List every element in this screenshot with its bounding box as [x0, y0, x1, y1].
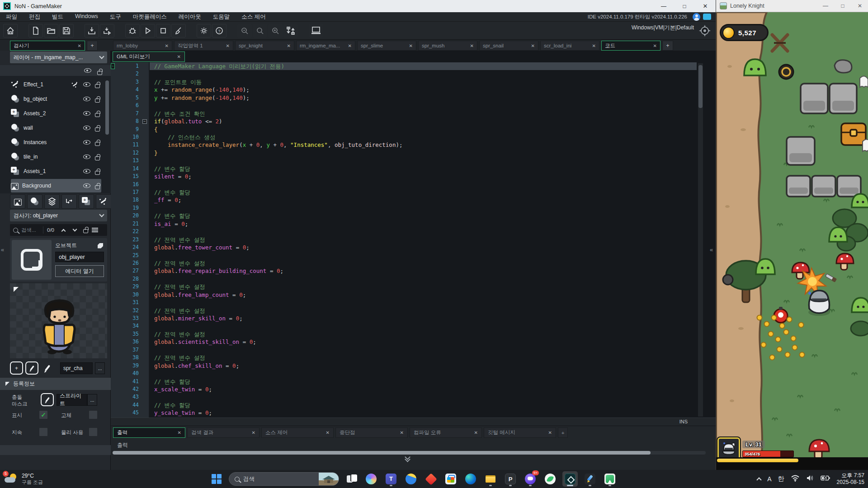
stop-button[interactable]	[156, 24, 170, 38]
code-line-34[interactable]: 34	[111, 322, 716, 330]
code-line-27[interactable]: 27global.free_repair_building_count = 0;	[111, 267, 716, 275]
code-line-33[interactable]: 33global.miner_skill_on = 0;	[111, 314, 716, 322]
code-line-5[interactable]: 5y += random_range(-140,140);	[111, 94, 716, 102]
taskbar-icon-app-green[interactable]	[542, 471, 558, 487]
instance-layer-icon[interactable]	[27, 194, 42, 209]
code-line-12[interactable]: 12}	[111, 149, 716, 157]
search-menu-icon[interactable]	[92, 228, 98, 232]
tab-close-icon[interactable]: ✕	[222, 43, 230, 48]
target-platform-icon[interactable]	[698, 24, 711, 39]
layer-visibility-icon[interactable]	[83, 97, 90, 101]
output-tab-검색 결과[interactable]: 검색 결과✕	[187, 427, 259, 438]
layer-row-Assets_2[interactable]: Assets_2	[11, 107, 101, 120]
code-line-16[interactable]: 16	[111, 181, 716, 188]
fold-marker-icon[interactable]: −	[142, 119, 147, 124]
taskbar-icon-app-photos[interactable]	[602, 471, 618, 487]
code-line-17[interactable]: 17// 변수 할당	[111, 188, 716, 196]
wifi-icon[interactable]	[791, 474, 800, 483]
search-lock-icon[interactable]	[83, 229, 88, 233]
layer-lock-icon[interactable]	[95, 84, 100, 88]
start-button[interactable]	[209, 471, 224, 487]
code-line-30[interactable]: 30global.free_lamp_count = 0;	[111, 291, 716, 299]
editor-tab-코드[interactable]: 코드✕	[601, 41, 660, 51]
game-minimize-button[interactable]: —	[817, 0, 834, 12]
object-thumbnail[interactable]	[12, 240, 52, 280]
tab-close-icon[interactable]: ✕	[548, 430, 552, 435]
import-button[interactable]	[85, 24, 99, 38]
search-prev-icon[interactable]	[61, 229, 66, 233]
tab-close-icon[interactable]: ✕	[528, 43, 535, 48]
code-line-26[interactable]: 26// 전역 변수 설정	[111, 259, 716, 267]
open-project-button[interactable]	[44, 24, 58, 38]
code-line-22[interactable]: 22	[111, 228, 716, 235]
code-line-43[interactable]: 43	[111, 393, 716, 401]
game-close-button[interactable]: ✕	[851, 0, 868, 12]
collapse-left-dock-icon[interactable]: «	[1, 246, 4, 253]
collapse-right-dock-icon[interactable]: «	[710, 246, 713, 253]
path-layer-icon[interactable]	[61, 194, 77, 209]
account-avatar-icon[interactable]	[693, 13, 700, 21]
edit-mask-button[interactable]	[41, 393, 54, 406]
code-line-21[interactable]: 21is_ai = 0;	[111, 220, 716, 228]
paint-brush-icon[interactable]	[41, 361, 54, 375]
output-tab-소스 제어[interactable]: 소스 제어✕	[261, 427, 334, 438]
editor-tab-rm_lobby[interactable]: rm_lobby✕	[113, 41, 172, 51]
layer-lock-icon[interactable]	[95, 127, 100, 131]
home-button[interactable]	[3, 24, 18, 38]
code-line-1[interactable]: 1// GameMaker Language 미리보기(읽기 전용)	[111, 62, 716, 70]
taskbar-icon-app-chat[interactable]: 9+	[523, 471, 538, 487]
code-line-28[interactable]: 28	[111, 275, 716, 283]
menu-item-레이아웃[interactable]: 레이아웃	[173, 13, 207, 21]
code-line-42[interactable]: 42x_scale_twin = 0;	[111, 385, 716, 393]
taskbar-icon-microsoft-store[interactable]	[443, 471, 458, 487]
properties-section-header[interactable]: 등록정보	[0, 378, 111, 390]
background-layer-icon[interactable]	[10, 194, 25, 209]
tray-expand-icon[interactable]	[757, 477, 762, 482]
layer-lock-icon[interactable]	[95, 185, 100, 189]
code-line-3[interactable]: 3// 포인트로 이동	[111, 78, 716, 86]
code-line-45[interactable]: 45y_scale_twin = 0;	[111, 409, 716, 417]
menu-item-도구[interactable]: 도구	[104, 13, 127, 21]
tab-close-icon[interactable]: ✕	[252, 430, 255, 435]
battery-icon[interactable]	[821, 475, 830, 483]
visible-checkbox[interactable]: ✓	[39, 410, 48, 419]
layer-row-Assets_1[interactable]: Assets_1	[11, 164, 101, 178]
taskbar-icon-task-view[interactable]	[344, 471, 359, 487]
layer-list-scrollbar[interactable]	[105, 80, 109, 135]
code-line-9[interactable]: 9{	[111, 126, 716, 133]
effect-layer-icon[interactable]	[96, 194, 111, 209]
taskbar-icon-copilot[interactable]	[363, 471, 379, 487]
layer-row-Background[interactable]: Background	[11, 179, 101, 192]
new-sprite-button[interactable]: +	[10, 361, 23, 375]
solid-checkbox[interactable]	[89, 410, 98, 419]
code-line-32[interactable]: 32// 전역 변수 설정	[111, 307, 716, 314]
layer-visibility-icon[interactable]	[83, 155, 90, 159]
add-editor-tab-button[interactable]: +	[662, 41, 673, 51]
save-project-button[interactable]	[59, 24, 74, 38]
taskbar-clock[interactable]: 오후 7:57 2025-08-15	[837, 472, 864, 486]
weather-widget[interactable]: 5 29°C 구름 조금	[5, 473, 43, 486]
taskbar-icon-teams[interactable]	[383, 471, 399, 487]
visibility-all-icon[interactable]	[84, 68, 91, 73]
output-tab-컴파일 오류[interactable]: 컴파일 오류✕	[410, 427, 482, 438]
code-line-20[interactable]: 20// 변수 할당	[111, 212, 716, 220]
taskbar-icon-app-p[interactable]	[503, 471, 518, 487]
taskbar-icon-gamemaker[interactable]	[562, 471, 578, 487]
volume-icon[interactable]	[806, 474, 814, 483]
inspector-target-dropdown[interactable]: 검사기: obj_player	[10, 210, 107, 221]
layer-row-Instances[interactable]: Instances	[11, 136, 101, 149]
zoom-out-icon[interactable]	[237, 24, 252, 38]
open-editor-button[interactable]: 에디터 열기	[55, 265, 104, 277]
code-line-15[interactable]: 15silent = 0;	[111, 173, 716, 180]
ime-a-indicator[interactable]: A	[767, 475, 771, 483]
tile-layer-icon[interactable]	[44, 194, 60, 209]
debug-button[interactable]	[125, 24, 140, 38]
code-line-2[interactable]: 2	[111, 70, 716, 78]
output-tab-중단점[interactable]: 중단점✕	[335, 427, 408, 438]
editor-tab-작업영역 1[interactable]: 작업영역 1✕	[174, 41, 233, 51]
editor-tab-scr_load_ini[interactable]: scr_load_ini✕	[540, 41, 599, 51]
search-input[interactable]: 검색...	[21, 227, 43, 234]
layer-visibility-icon[interactable]	[83, 126, 90, 130]
layer-lock-icon[interactable]	[95, 171, 100, 175]
layer-lock-icon[interactable]	[95, 99, 100, 103]
